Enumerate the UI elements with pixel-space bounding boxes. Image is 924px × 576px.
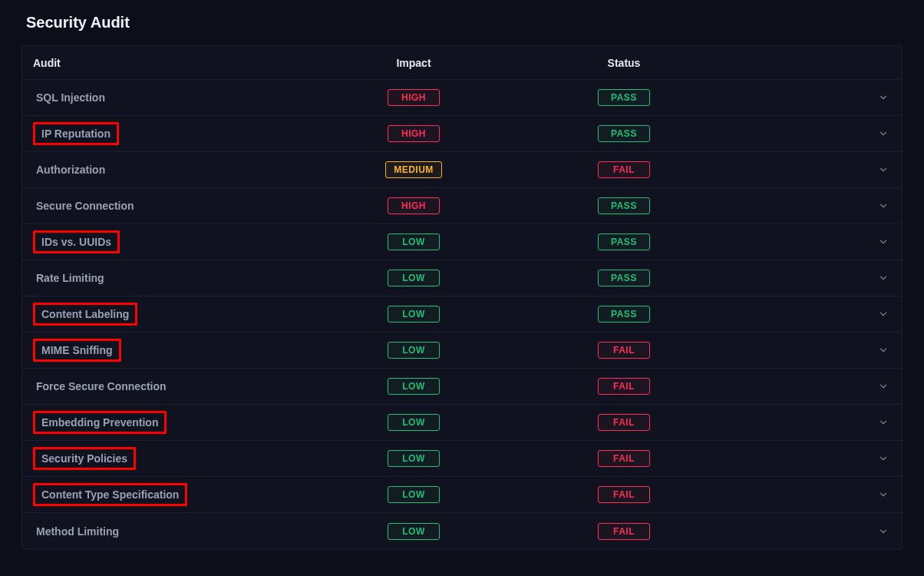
chevron-down-icon[interactable] xyxy=(878,309,889,319)
impact-badge: LOW xyxy=(388,233,440,250)
audit-name-cell: Security Policies xyxy=(22,447,306,470)
status-cell: FAIL xyxy=(521,161,865,178)
status-cell: PASS xyxy=(521,306,865,323)
table-row[interactable]: Security PoliciesLOWFAIL xyxy=(22,441,902,477)
chevron-down-icon[interactable] xyxy=(878,128,889,139)
status-badge: FAIL xyxy=(598,486,650,503)
table-row[interactable]: Content Type SpecificationLOWFAIL xyxy=(22,477,902,513)
chevron-down-icon[interactable] xyxy=(878,273,889,283)
chevron-down-icon[interactable] xyxy=(878,92,889,103)
expand-cell[interactable] xyxy=(865,200,902,211)
status-badge: PASS xyxy=(598,270,650,286)
impact-badge: HIGH xyxy=(388,197,440,214)
impact-cell: HIGH xyxy=(306,89,521,106)
chevron-down-icon[interactable] xyxy=(878,164,889,175)
status-cell: FAIL xyxy=(521,523,865,540)
table-row[interactable]: Force Secure ConnectionLOWFAIL xyxy=(22,369,902,405)
table-row[interactable]: Rate LimitingLOWPASS xyxy=(22,260,902,296)
audit-name-cell: Rate Limiting xyxy=(22,270,306,286)
table-row[interactable]: IDs vs. UUIDsLOWPASS xyxy=(22,224,902,260)
table-header-row: Audit Impact Status xyxy=(22,46,902,80)
chevron-down-icon[interactable] xyxy=(878,453,889,464)
table-row[interactable]: Content LabelingLOWPASS xyxy=(22,296,902,333)
expand-cell[interactable] xyxy=(865,237,902,247)
audit-name: IDs vs. UUIDs xyxy=(33,230,120,253)
status-cell: FAIL xyxy=(521,342,865,359)
status-badge: FAIL xyxy=(598,450,650,467)
impact-badge: MEDIUM xyxy=(385,161,442,178)
status-cell: FAIL xyxy=(521,378,865,395)
expand-cell[interactable] xyxy=(865,309,902,319)
impact-badge: HIGH xyxy=(388,125,440,142)
expand-cell[interactable] xyxy=(865,489,902,500)
expand-cell[interactable] xyxy=(865,164,902,175)
audit-name: Secure Connection xyxy=(33,198,137,214)
audit-name: Content Type Specification xyxy=(33,483,187,506)
audit-name: IP Reputation xyxy=(33,122,119,145)
table-row[interactable]: Secure ConnectionHIGHPASS xyxy=(22,188,902,224)
table-row[interactable]: SQL InjectionHIGHPASS xyxy=(22,80,902,116)
impact-cell: LOW xyxy=(306,306,521,323)
impact-cell: LOW xyxy=(306,378,521,395)
chevron-down-icon[interactable] xyxy=(878,200,889,211)
impact-cell: LOW xyxy=(306,233,521,250)
audit-name: Force Secure Connection xyxy=(33,379,170,394)
expand-cell[interactable] xyxy=(865,128,902,139)
status-badge: PASS xyxy=(598,233,650,250)
audit-name-cell: Secure Connection xyxy=(22,198,306,214)
audit-name-cell: Method Limiting xyxy=(22,524,306,539)
expand-cell[interactable] xyxy=(865,417,902,428)
chevron-down-icon[interactable] xyxy=(878,489,889,500)
audit-name-cell: Authorization xyxy=(22,162,306,177)
chevron-down-icon[interactable] xyxy=(878,526,889,537)
impact-badge: LOW xyxy=(388,450,440,467)
status-badge: PASS xyxy=(598,125,650,142)
status-badge: FAIL xyxy=(598,523,650,540)
chevron-down-icon[interactable] xyxy=(878,417,889,428)
chevron-down-icon[interactable] xyxy=(878,345,889,356)
status-cell: FAIL xyxy=(521,414,865,431)
status-cell: PASS xyxy=(521,233,865,250)
status-cell: PASS xyxy=(521,125,865,142)
status-badge: PASS xyxy=(598,89,650,106)
table-row[interactable]: AuthorizationMEDIUMFAIL xyxy=(22,152,902,188)
audit-name: SQL Injection xyxy=(33,90,108,105)
chevron-down-icon[interactable] xyxy=(878,237,889,247)
status-badge: FAIL xyxy=(598,378,650,395)
impact-badge: LOW xyxy=(388,378,440,395)
impact-cell: LOW xyxy=(306,342,521,359)
expand-cell[interactable] xyxy=(865,526,902,537)
expand-cell[interactable] xyxy=(865,345,902,356)
audit-name: Content Labeling xyxy=(33,303,137,326)
impact-badge: LOW xyxy=(388,342,440,359)
status-cell: PASS xyxy=(521,270,865,286)
impact-badge: LOW xyxy=(388,270,440,286)
impact-cell: LOW xyxy=(306,270,521,286)
col-impact: Impact xyxy=(306,57,521,69)
audit-name: Method Limiting xyxy=(33,524,122,539)
col-status: Status xyxy=(521,57,865,69)
audit-name-cell: IP Reputation xyxy=(22,122,306,145)
table-row[interactable]: MIME SniffingLOWFAIL xyxy=(22,333,902,369)
expand-cell[interactable] xyxy=(865,453,902,464)
impact-badge: LOW xyxy=(388,306,440,323)
status-badge: PASS xyxy=(598,197,650,214)
audit-name-cell: SQL Injection xyxy=(22,90,306,105)
status-cell: PASS xyxy=(521,89,865,106)
impact-cell: LOW xyxy=(306,414,521,431)
expand-cell[interactable] xyxy=(865,273,902,283)
status-cell: FAIL xyxy=(521,486,865,503)
audit-name: Security Policies xyxy=(33,447,136,470)
status-badge: FAIL xyxy=(598,414,650,431)
table-row[interactable]: Method LimitingLOWFAIL xyxy=(22,513,902,549)
status-cell: PASS xyxy=(521,197,865,214)
chevron-down-icon[interactable] xyxy=(878,381,889,392)
expand-cell[interactable] xyxy=(865,381,902,392)
impact-cell: LOW xyxy=(306,450,521,467)
table-row[interactable]: Embedding PreventionLOWFAIL xyxy=(22,405,902,441)
expand-cell[interactable] xyxy=(865,92,902,103)
audit-name: Authorization xyxy=(33,162,108,177)
audit-name-cell: IDs vs. UUIDs xyxy=(22,230,306,253)
audit-name-cell: MIME Sniffing xyxy=(22,339,306,362)
table-row[interactable]: IP ReputationHIGHPASS xyxy=(22,116,902,152)
